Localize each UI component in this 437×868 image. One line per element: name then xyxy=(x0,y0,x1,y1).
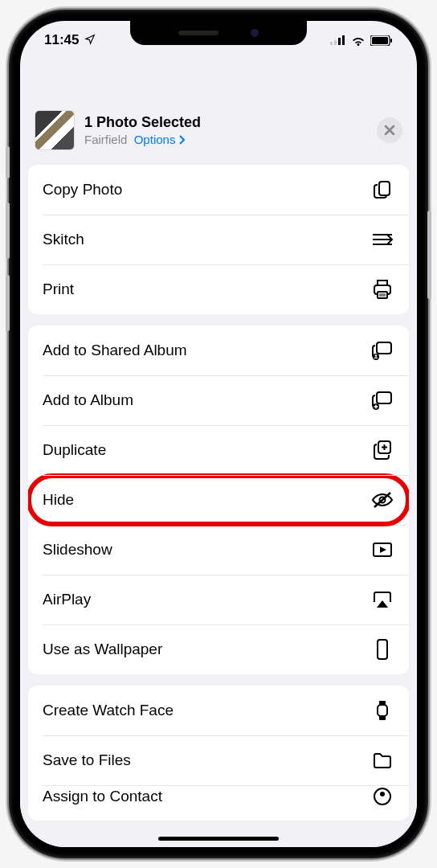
volume-up xyxy=(6,203,10,259)
svg-point-27 xyxy=(380,792,385,796)
svg-rect-0 xyxy=(330,42,333,45)
wallpaper-row[interactable]: Use as Wallpaper xyxy=(28,624,409,674)
hide-row[interactable]: Hide xyxy=(28,475,409,525)
svg-rect-22 xyxy=(378,640,387,659)
svg-rect-10 xyxy=(378,292,387,298)
skitch-icon xyxy=(370,227,394,252)
folder-icon xyxy=(370,748,394,772)
svg-rect-9 xyxy=(378,280,387,285)
svg-rect-1 xyxy=(334,40,337,45)
mute-switch xyxy=(6,146,10,178)
screen: 11:45 xyxy=(20,21,417,847)
close-button[interactable] xyxy=(377,117,402,143)
svg-rect-16 xyxy=(377,392,391,403)
contact-icon xyxy=(370,784,394,809)
airplay-row[interactable]: AirPlay xyxy=(28,575,409,624)
location-arrow-icon xyxy=(84,34,96,45)
shared-album-icon xyxy=(370,338,394,362)
slideshow-icon xyxy=(370,538,394,562)
svg-rect-13 xyxy=(377,342,391,354)
skitch-row[interactable]: Skitch xyxy=(28,215,409,264)
slideshow-row[interactable]: Slideshow xyxy=(28,525,409,575)
svg-rect-3 xyxy=(342,35,345,45)
svg-point-15 xyxy=(375,354,378,357)
wallpaper-icon xyxy=(370,637,394,661)
status-right xyxy=(330,35,393,46)
svg-rect-25 xyxy=(379,716,386,720)
volume-down xyxy=(6,275,10,331)
action-group-2: Add to Shared Album Add to Album Duplica… xyxy=(28,326,409,674)
duplicate-icon xyxy=(370,438,394,462)
location-text: Fairfield xyxy=(84,133,127,146)
svg-rect-2 xyxy=(338,38,341,45)
add-album-icon xyxy=(370,388,394,412)
home-indicator[interactable] xyxy=(158,837,279,841)
battery-icon xyxy=(370,35,393,46)
airplay-icon xyxy=(370,588,394,612)
phone-frame: 11:45 xyxy=(9,10,428,858)
copy-icon xyxy=(370,178,394,202)
watch-icon xyxy=(370,698,394,723)
options-link[interactable]: Options xyxy=(134,133,186,146)
watch-face-row[interactable]: Create Watch Face xyxy=(28,686,409,735)
action-group-1: Copy Photo Skitch Print xyxy=(28,165,409,314)
sheet-header: 1 Photo Selected Fairfield Options xyxy=(20,97,417,162)
action-group-3: Create Watch Face Save to Files Assign t… xyxy=(28,686,409,821)
duplicate-row[interactable]: Duplicate xyxy=(28,425,409,475)
chevron-right-icon xyxy=(179,135,186,145)
photo-thumbnail[interactable] xyxy=(35,110,75,150)
svg-rect-23 xyxy=(378,705,387,716)
power-button xyxy=(427,211,431,299)
svg-rect-24 xyxy=(379,701,386,705)
cellular-icon xyxy=(330,35,346,45)
copy-photo-row[interactable]: Copy Photo xyxy=(28,165,409,215)
svg-rect-7 xyxy=(379,182,390,195)
print-row[interactable]: Print xyxy=(28,264,409,314)
save-files-row[interactable]: Save to Files xyxy=(28,735,409,785)
print-icon xyxy=(370,277,394,301)
svg-rect-6 xyxy=(390,39,392,43)
status-time: 11:45 xyxy=(44,32,96,48)
notch xyxy=(130,21,307,45)
assign-contact-row[interactable]: Assign to Contact xyxy=(28,785,409,821)
svg-rect-5 xyxy=(372,37,388,44)
close-icon xyxy=(384,125,395,136)
sheet-subtitle: Fairfield Options xyxy=(84,133,367,146)
wifi-icon xyxy=(351,35,366,46)
add-album-row[interactable]: Add to Album xyxy=(28,375,409,425)
share-sheet: 1 Photo Selected Fairfield Options Copy … xyxy=(20,97,417,847)
add-shared-album-row[interactable]: Add to Shared Album xyxy=(28,326,409,375)
sheet-title: 1 Photo Selected xyxy=(84,114,367,131)
hide-icon xyxy=(370,488,394,512)
